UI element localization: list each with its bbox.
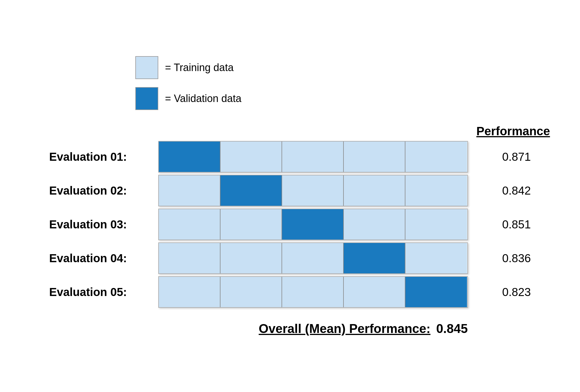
bar-eval-04 bbox=[158, 242, 468, 274]
performance-value-eval-05: 0.823 bbox=[468, 286, 531, 299]
segment-eval-04-3 bbox=[344, 243, 405, 273]
segment-eval-05-2 bbox=[282, 277, 344, 307]
segment-eval-04-2 bbox=[282, 243, 344, 273]
segment-eval-03-1 bbox=[220, 209, 282, 240]
segment-eval-03-0 bbox=[159, 209, 220, 240]
training-legend-label: = Training data bbox=[165, 62, 234, 74]
header-row: Performance bbox=[49, 124, 531, 138]
segment-eval-04-4 bbox=[405, 243, 467, 273]
performance-value-eval-01: 0.871 bbox=[468, 150, 531, 163]
performance-value-eval-02: 0.842 bbox=[468, 184, 531, 197]
table-row: Evaluation 04:0.836 bbox=[49, 242, 531, 274]
segment-eval-02-3 bbox=[344, 175, 405, 206]
table-row: Evaluation 05:0.823 bbox=[49, 276, 531, 308]
segment-eval-01-0 bbox=[159, 142, 220, 172]
main-container: = Training data = Validation data Perfor… bbox=[32, 39, 548, 353]
segment-eval-05-3 bbox=[344, 277, 405, 307]
bar-eval-01 bbox=[158, 141, 468, 173]
footer-content: Overall (Mean) Performance: 0.845 bbox=[158, 322, 468, 336]
performance-value-eval-03: 0.851 bbox=[468, 218, 531, 231]
performance-column-header: Performance bbox=[468, 124, 531, 138]
segment-eval-02-4 bbox=[405, 175, 467, 206]
segment-eval-02-1 bbox=[220, 175, 282, 206]
overall-mean-label: Overall (Mean) Performance: bbox=[259, 322, 430, 336]
bar-eval-02 bbox=[158, 175, 468, 206]
segment-eval-03-3 bbox=[344, 209, 405, 240]
performance-header-label: Performance bbox=[477, 124, 550, 138]
segment-eval-03-2 bbox=[282, 209, 344, 240]
validation-legend-label: = Validation data bbox=[165, 93, 242, 105]
legend: = Training data = Validation data bbox=[135, 56, 531, 110]
overall-mean-value: 0.845 bbox=[436, 322, 468, 336]
training-color-box bbox=[135, 56, 158, 79]
segment-eval-03-4 bbox=[405, 209, 467, 240]
segment-eval-04-1 bbox=[220, 243, 282, 273]
table-row: Evaluation 01:0.871 bbox=[49, 141, 531, 173]
eval-label-eval-04: Evaluation 04: bbox=[49, 252, 158, 265]
segment-eval-02-2 bbox=[282, 175, 344, 206]
legend-item-training: = Training data bbox=[135, 56, 531, 79]
table-area: Performance Evaluation 01:0.871Evaluatio… bbox=[49, 124, 531, 336]
eval-label-eval-01: Evaluation 01: bbox=[49, 150, 158, 163]
table-row: Evaluation 02:0.842 bbox=[49, 175, 531, 206]
segment-eval-05-4 bbox=[405, 277, 467, 307]
segment-eval-01-3 bbox=[344, 142, 405, 172]
eval-label-eval-05: Evaluation 05: bbox=[49, 286, 158, 299]
segment-eval-02-0 bbox=[159, 175, 220, 206]
eval-label-eval-02: Evaluation 02: bbox=[49, 184, 158, 197]
validation-color-box bbox=[135, 87, 158, 110]
table-row: Evaluation 03:0.851 bbox=[49, 209, 531, 240]
footer-row: Overall (Mean) Performance: 0.845 bbox=[49, 322, 531, 336]
performance-value-eval-04: 0.836 bbox=[468, 252, 531, 265]
segment-eval-01-2 bbox=[282, 142, 344, 172]
segment-eval-05-0 bbox=[159, 277, 220, 307]
segment-eval-01-4 bbox=[405, 142, 467, 172]
bar-eval-03 bbox=[158, 209, 468, 240]
bar-eval-05 bbox=[158, 276, 468, 308]
evaluation-rows: Evaluation 01:0.871Evaluation 02:0.842Ev… bbox=[49, 141, 531, 310]
legend-item-validation: = Validation data bbox=[135, 87, 531, 110]
segment-eval-01-1 bbox=[220, 142, 282, 172]
eval-label-eval-03: Evaluation 03: bbox=[49, 218, 158, 231]
segment-eval-04-0 bbox=[159, 243, 220, 273]
segment-eval-05-1 bbox=[220, 277, 282, 307]
